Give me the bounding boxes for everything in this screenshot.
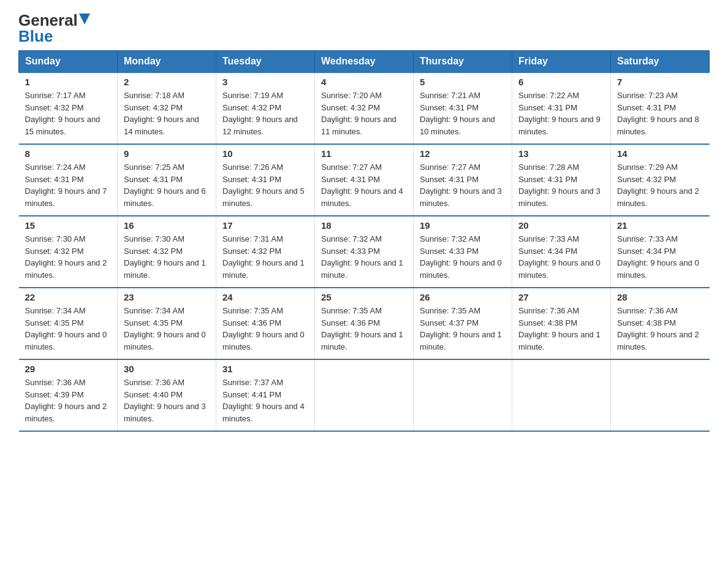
day-number: 30 (124, 364, 210, 374)
day-number: 15 (25, 220, 112, 231)
day-number: 13 (518, 148, 604, 159)
calendar-cell: 14 Sunrise: 7:29 AMSunset: 4:32 PMDaylig… (611, 144, 710, 216)
calendar-cell: 29 Sunrise: 7:36 AMSunset: 4:39 PMDaylig… (19, 359, 118, 431)
cell-info: Sunrise: 7:23 AMSunset: 4:31 PMDaylight:… (617, 90, 703, 137)
logo-general-text: General (18, 12, 78, 28)
day-number: 29 (25, 364, 112, 374)
cell-info: Sunrise: 7:36 AMSunset: 4:40 PMDaylight:… (124, 377, 210, 424)
cell-info: Sunrise: 7:36 AMSunset: 4:39 PMDaylight:… (25, 377, 112, 424)
cell-info: Sunrise: 7:34 AMSunset: 4:35 PMDaylight:… (124, 305, 210, 353)
calendar-cell: 21 Sunrise: 7:33 AMSunset: 4:34 PMDaylig… (611, 216, 710, 288)
cell-info: Sunrise: 7:26 AMSunset: 4:31 PMDaylight:… (222, 161, 308, 209)
day-number: 6 (518, 77, 604, 87)
cell-info: Sunrise: 7:25 AMSunset: 4:31 PMDaylight:… (124, 161, 210, 209)
header-thursday: Thursday (414, 51, 512, 73)
calendar-cell: 20 Sunrise: 7:33 AMSunset: 4:34 PMDaylig… (512, 216, 611, 288)
day-number: 28 (617, 292, 703, 302)
header-tuesday: Tuesday (216, 51, 315, 73)
calendar-cell: 27 Sunrise: 7:36 AMSunset: 4:38 PMDaylig… (512, 288, 611, 359)
calendar-cell: 25 Sunrise: 7:35 AMSunset: 4:36 PMDaylig… (315, 288, 414, 359)
day-number: 4 (321, 77, 407, 87)
cell-info: Sunrise: 7:19 AMSunset: 4:32 PMDaylight:… (222, 90, 308, 137)
cell-info: Sunrise: 7:33 AMSunset: 4:34 PMDaylight:… (617, 233, 703, 281)
svg-marker-0 (79, 13, 90, 25)
day-number: 17 (222, 220, 308, 231)
day-number: 31 (222, 364, 308, 374)
calendar-cell (315, 359, 414, 431)
day-number: 20 (518, 220, 604, 231)
calendar-cell: 6 Sunrise: 7:22 AMSunset: 4:31 PMDayligh… (512, 72, 611, 144)
day-number: 26 (420, 292, 506, 302)
day-number: 24 (222, 292, 308, 302)
cell-info: Sunrise: 7:27 AMSunset: 4:31 PMDaylight:… (420, 161, 506, 209)
cell-info: Sunrise: 7:37 AMSunset: 4:41 PMDaylight:… (222, 377, 308, 424)
calendar-cell: 18 Sunrise: 7:32 AMSunset: 4:33 PMDaylig… (315, 216, 414, 288)
calendar-cell: 30 Sunrise: 7:36 AMSunset: 4:40 PMDaylig… (118, 359, 216, 431)
day-number: 1 (25, 77, 112, 87)
header-wednesday: Wednesday (315, 51, 414, 73)
cell-info: Sunrise: 7:35 AMSunset: 4:36 PMDaylight:… (222, 305, 308, 353)
cell-info: Sunrise: 7:22 AMSunset: 4:31 PMDaylight:… (518, 90, 604, 137)
calendar-header-row: SundayMondayTuesdayWednesdayThursdayFrid… (19, 51, 710, 73)
calendar-week-row: 22 Sunrise: 7:34 AMSunset: 4:35 PMDaylig… (19, 288, 710, 359)
cell-info: Sunrise: 7:20 AMSunset: 4:32 PMDaylight:… (321, 90, 407, 137)
calendar-cell: 26 Sunrise: 7:35 AMSunset: 4:37 PMDaylig… (414, 288, 512, 359)
day-number: 16 (124, 220, 210, 231)
header-saturday: Saturday (611, 51, 710, 73)
calendar-cell: 23 Sunrise: 7:34 AMSunset: 4:35 PMDaylig… (118, 288, 216, 359)
cell-info: Sunrise: 7:34 AMSunset: 4:35 PMDaylight:… (25, 305, 112, 353)
calendar-table: SundayMondayTuesdayWednesdayThursdayFrid… (18, 50, 710, 432)
day-number: 5 (420, 77, 506, 87)
calendar-week-row: 29 Sunrise: 7:36 AMSunset: 4:39 PMDaylig… (19, 359, 710, 431)
day-number: 21 (617, 220, 703, 231)
calendar-cell: 11 Sunrise: 7:27 AMSunset: 4:31 PMDaylig… (315, 144, 414, 216)
day-number: 18 (321, 220, 407, 231)
cell-info: Sunrise: 7:18 AMSunset: 4:32 PMDaylight:… (124, 90, 210, 137)
header-monday: Monday (118, 51, 216, 73)
calendar-cell: 1 Sunrise: 7:17 AMSunset: 4:32 PMDayligh… (19, 72, 118, 144)
day-number: 3 (222, 77, 308, 87)
logo: General Blue (18, 12, 90, 44)
cell-info: Sunrise: 7:30 AMSunset: 4:32 PMDaylight:… (25, 233, 112, 281)
cell-info: Sunrise: 7:29 AMSunset: 4:32 PMDaylight:… (617, 161, 703, 209)
calendar-cell: 5 Sunrise: 7:21 AMSunset: 4:31 PMDayligh… (414, 72, 512, 144)
calendar-cell: 22 Sunrise: 7:34 AMSunset: 4:35 PMDaylig… (19, 288, 118, 359)
page-header: General Blue (18, 12, 710, 44)
header-friday: Friday (512, 51, 611, 73)
cell-info: Sunrise: 7:32 AMSunset: 4:33 PMDaylight:… (321, 233, 407, 281)
calendar-cell: 17 Sunrise: 7:31 AMSunset: 4:32 PMDaylig… (216, 216, 315, 288)
cell-info: Sunrise: 7:36 AMSunset: 4:38 PMDaylight:… (617, 305, 703, 353)
calendar-cell: 3 Sunrise: 7:19 AMSunset: 4:32 PMDayligh… (216, 72, 315, 144)
day-number: 10 (222, 148, 308, 159)
calendar-cell: 28 Sunrise: 7:36 AMSunset: 4:38 PMDaylig… (611, 288, 710, 359)
calendar-cell (512, 359, 611, 431)
cell-info: Sunrise: 7:32 AMSunset: 4:33 PMDaylight:… (420, 233, 506, 281)
cell-info: Sunrise: 7:35 AMSunset: 4:36 PMDaylight:… (321, 305, 407, 353)
calendar-cell: 2 Sunrise: 7:18 AMSunset: 4:32 PMDayligh… (118, 72, 216, 144)
calendar-cell: 16 Sunrise: 7:30 AMSunset: 4:32 PMDaylig… (118, 216, 216, 288)
cell-info: Sunrise: 7:30 AMSunset: 4:32 PMDaylight:… (124, 233, 210, 281)
day-number: 27 (518, 292, 604, 302)
calendar-cell: 15 Sunrise: 7:30 AMSunset: 4:32 PMDaylig… (19, 216, 118, 288)
logo-blue-text: Blue (18, 27, 53, 45)
header-sunday: Sunday (19, 51, 118, 73)
calendar-cell: 12 Sunrise: 7:27 AMSunset: 4:31 PMDaylig… (414, 144, 512, 216)
day-number: 9 (124, 148, 210, 159)
cell-info: Sunrise: 7:17 AMSunset: 4:32 PMDaylight:… (25, 90, 112, 137)
cell-info: Sunrise: 7:33 AMSunset: 4:34 PMDaylight:… (518, 233, 604, 281)
cell-info: Sunrise: 7:24 AMSunset: 4:31 PMDaylight:… (25, 161, 112, 209)
calendar-cell: 4 Sunrise: 7:20 AMSunset: 4:32 PMDayligh… (315, 72, 414, 144)
day-number: 7 (617, 77, 703, 87)
day-number: 12 (420, 148, 506, 159)
calendar-cell: 10 Sunrise: 7:26 AMSunset: 4:31 PMDaylig… (216, 144, 315, 216)
day-number: 23 (124, 292, 210, 302)
day-number: 11 (321, 148, 407, 159)
calendar-cell: 8 Sunrise: 7:24 AMSunset: 4:31 PMDayligh… (19, 144, 118, 216)
calendar-cell: 9 Sunrise: 7:25 AMSunset: 4:31 PMDayligh… (118, 144, 216, 216)
day-number: 2 (124, 77, 210, 87)
cell-info: Sunrise: 7:31 AMSunset: 4:32 PMDaylight:… (222, 233, 308, 281)
calendar-cell (611, 359, 710, 431)
cell-info: Sunrise: 7:36 AMSunset: 4:38 PMDaylight:… (518, 305, 604, 353)
calendar-cell: 7 Sunrise: 7:23 AMSunset: 4:31 PMDayligh… (611, 72, 710, 144)
day-number: 14 (617, 148, 703, 159)
